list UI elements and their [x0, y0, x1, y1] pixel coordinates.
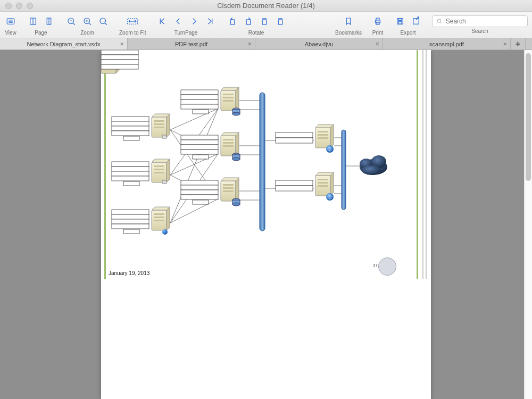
svg-rect-46: [342, 130, 346, 210]
svg-rect-91: [276, 186, 313, 191]
svg-point-33: [437, 19, 440, 22]
svg-line-53: [170, 109, 218, 223]
zoom-out-button[interactable]: [65, 15, 78, 28]
svg-rect-87: [276, 132, 313, 138]
document-viewport[interactable]: January 19, 2013 37: [0, 50, 532, 399]
svg-line-9: [73, 23, 75, 25]
single-page-button[interactable]: [27, 15, 39, 28]
search-field[interactable]: [432, 15, 528, 27]
svg-point-74: [162, 229, 168, 235]
zoom-reset-button[interactable]: [97, 15, 110, 28]
vertical-scrollbar[interactable]: [524, 50, 532, 399]
close-window-icon[interactable]: [5, 3, 12, 9]
group-export: Export: [394, 14, 422, 36]
export-label: Export: [401, 30, 416, 36]
zoom-to-fit-button[interactable]: [122, 15, 143, 28]
toolbar: View Page Zoom Zoom to Fit TurnPage: [0, 12, 532, 38]
tab-network-diagram[interactable]: Network Diagram_start.vsdx ×: [0, 38, 128, 49]
close-icon[interactable]: ×: [375, 40, 379, 48]
sidebar-toggle-button[interactable]: [4, 15, 17, 28]
tabbar: Network Diagram_start.vsdx × PDF test.pd…: [0, 38, 532, 50]
window-controls: [0, 3, 33, 9]
first-page-button[interactable]: [156, 15, 169, 28]
group-print: Print: [371, 14, 384, 36]
svg-rect-79: [193, 155, 209, 159]
group-page: Page: [27, 14, 55, 36]
svg-rect-42: [101, 55, 138, 60]
cloud-icon: [360, 155, 387, 175]
svg-rect-45: [260, 93, 265, 231]
tab-pdf-test[interactable]: PDF test.pdf ×: [128, 38, 255, 49]
zoom-window-icon[interactable]: [27, 3, 33, 9]
zoom-in-button[interactable]: [81, 15, 94, 28]
rotate-label: Rotate: [248, 30, 264, 36]
svg-rect-43: [101, 60, 138, 64]
rotate-cw-button[interactable]: [258, 15, 271, 28]
svg-line-34: [440, 22, 442, 23]
new-tab-button[interactable]: +: [511, 38, 526, 49]
minimize-window-icon[interactable]: [16, 3, 22, 9]
svg-rect-29: [398, 19, 402, 21]
svg-line-12: [89, 23, 91, 25]
tab-label: Network Diagram_start.vsdx: [27, 41, 100, 47]
turnpage-label: TurnPage: [174, 30, 198, 36]
svg-rect-75: [193, 110, 209, 114]
last-page-button[interactable]: [204, 15, 217, 28]
export-button[interactable]: [410, 15, 422, 28]
server-left-2: [112, 159, 170, 186]
web-server-1: [276, 124, 334, 153]
window-title: Cisdem Document Reader (1/4): [0, 2, 532, 10]
web-server-2: [276, 172, 334, 201]
print-button[interactable]: [371, 15, 384, 28]
svg-rect-41: [101, 50, 138, 55]
tab-scansmpl[interactable]: scansmpl.pdf ×: [383, 38, 511, 49]
rotate-ccw-button[interactable]: [274, 15, 287, 28]
scrollbar-thumb[interactable]: [526, 53, 531, 181]
group-zoomtofit: Zoom to Fit: [119, 14, 146, 36]
group-turnpage: TurnPage: [156, 14, 217, 36]
document-page: January 19, 2013 37: [101, 50, 431, 399]
svg-rect-30: [398, 22, 402, 24]
tab-abaev[interactable]: Abaev.djvu ×: [255, 38, 383, 49]
svg-point-82: [232, 157, 240, 161]
rotate-left-button[interactable]: [226, 15, 239, 28]
db-server-1: [181, 87, 240, 115]
next-page-button[interactable]: [188, 15, 201, 28]
rotate-right-button[interactable]: [242, 15, 255, 28]
view-label: View: [5, 30, 16, 36]
print-label: Print: [372, 30, 384, 36]
group-bookmarks: Bookmarks: [335, 14, 362, 36]
save-button[interactable]: [394, 15, 406, 28]
svg-rect-90: [276, 180, 313, 186]
bookmarks-label: Bookmarks: [335, 30, 362, 36]
page-label: Page: [35, 30, 47, 36]
network-diagram: [101, 50, 431, 284]
prev-page-button[interactable]: [172, 15, 185, 28]
tab-label: PDF test.pdf: [175, 41, 207, 47]
tab-label: scansmpl.pdf: [429, 41, 464, 47]
svg-point-96: [362, 165, 381, 175]
titlebar: Cisdem Document Reader (1/4): [0, 0, 532, 12]
zoom-label: Zoom: [80, 30, 94, 36]
group-rotate: Rotate: [226, 14, 287, 36]
bookmarks-button[interactable]: [342, 15, 355, 28]
tab-label: Abaev.djvu: [305, 41, 334, 47]
svg-rect-71: [123, 181, 139, 186]
svg-rect-27: [376, 22, 379, 25]
svg-line-16: [105, 23, 107, 25]
close-icon[interactable]: ×: [503, 40, 507, 48]
svg-rect-73: [123, 229, 139, 234]
svg-rect-69: [123, 136, 139, 140]
svg-rect-22: [246, 20, 251, 24]
svg-rect-70: [162, 135, 167, 138]
svg-rect-23: [262, 20, 267, 24]
search-label: Search: [471, 28, 488, 34]
close-icon[interactable]: ×: [247, 40, 252, 48]
svg-point-78: [232, 112, 240, 115]
svg-rect-28: [397, 19, 403, 24]
page-number: 37: [373, 263, 378, 268]
close-icon[interactable]: ×: [120, 40, 124, 48]
search-input[interactable]: [446, 18, 523, 25]
server-left-1: [112, 114, 170, 140]
two-page-button[interactable]: [43, 15, 55, 28]
